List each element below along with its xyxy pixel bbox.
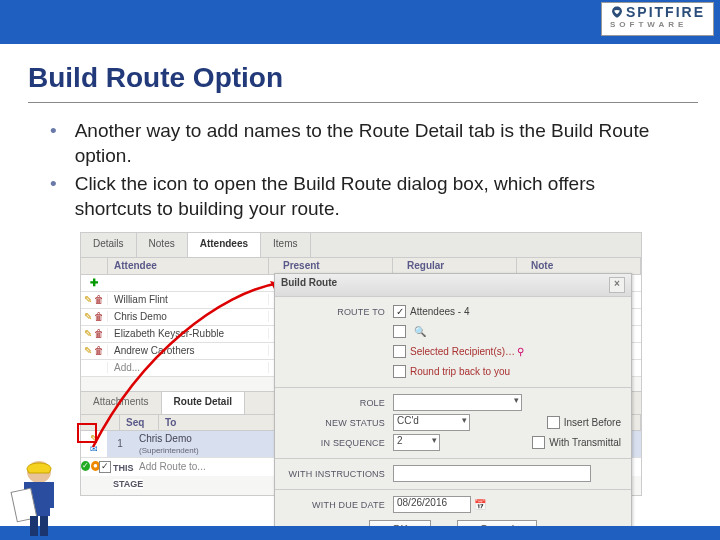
add-placeholder[interactable]: Add... xyxy=(107,362,269,373)
insequence-label: In Sequence xyxy=(285,438,393,448)
delete-icon[interactable]: 🗑 xyxy=(94,294,104,305)
bullet-dot: • xyxy=(50,119,57,168)
route-role: (Superintendent) xyxy=(139,446,199,455)
roundtrip-option: Round trip back to you xyxy=(410,366,510,377)
attendees-checkbox[interactable]: ✓ xyxy=(393,305,406,318)
delete-icon[interactable]: 🗑 xyxy=(94,311,104,322)
logo-text: SPITFIRE xyxy=(626,4,705,20)
instructions-input[interactable] xyxy=(393,465,591,482)
page-title: Build Route Option xyxy=(28,62,720,94)
newstatus-select[interactable]: CC'd xyxy=(393,414,470,431)
route-seq: 1 xyxy=(107,431,133,457)
tab-route-detail[interactable]: Route Detail xyxy=(162,392,245,414)
footer-bar xyxy=(0,526,720,540)
tab-attachments[interactable]: Attachments xyxy=(81,392,162,414)
this-label: THIS xyxy=(113,463,134,473)
logo-subtext: SOFTWARE xyxy=(610,20,705,29)
add-icon[interactable]: ✚ xyxy=(90,277,98,288)
edit-icon[interactable]: ✎ xyxy=(84,345,92,356)
edit-icon[interactable]: ✎ xyxy=(84,294,92,305)
attendees-option: Attendees - 4 xyxy=(410,306,469,317)
close-icon[interactable]: × xyxy=(609,277,625,293)
callout-box xyxy=(77,423,97,443)
build-route-dialog: Build Route × Route To✓Attendees - 4 🔍 S… xyxy=(274,273,632,540)
instructions-label: With Instructions xyxy=(285,469,393,479)
attendee-name: Andrew Carothers xyxy=(107,345,269,356)
status-dot-green[interactable]: ✓ xyxy=(81,461,90,471)
duedate-label: With Due Date xyxy=(285,500,393,510)
mascot-image xyxy=(4,452,74,540)
attendee-name: Elizabeth Keyser-Rubble xyxy=(107,328,269,339)
attendee-name: William Flint xyxy=(107,294,269,305)
add-route-placeholder[interactable]: Add Route to... xyxy=(133,461,212,472)
delete-icon[interactable]: 🗑 xyxy=(94,328,104,339)
insertbefore-label: Insert Before xyxy=(564,417,621,428)
dialog-title: Build Route xyxy=(281,277,337,293)
link-icon[interactable]: ✉ xyxy=(90,444,98,454)
col-attendee: Attendee xyxy=(108,258,269,274)
header-bar: SPITFIRE SOFTWARE xyxy=(0,0,720,44)
edit-icon[interactable]: ✎ xyxy=(84,311,92,322)
doc-tabs: Details Notes Attendees Items xyxy=(81,233,641,258)
delete-icon[interactable]: 🗑 xyxy=(94,345,104,356)
bullet-text: Another way to add names to the Route De… xyxy=(75,119,660,168)
lookup-icon[interactable]: 🔍 xyxy=(414,326,426,337)
this-checkbox[interactable]: ✓ xyxy=(99,461,111,473)
tab-attendees[interactable]: Attendees xyxy=(188,233,261,257)
col-regular: Regular xyxy=(393,258,517,274)
tab-notes[interactable]: Notes xyxy=(137,233,188,257)
withtransmittal-checkbox[interactable] xyxy=(532,436,545,449)
svg-rect-3 xyxy=(48,482,54,508)
roundtrip-checkbox[interactable] xyxy=(393,365,406,378)
insequence-select[interactable]: 2 xyxy=(393,434,440,451)
insertbefore-checkbox[interactable] xyxy=(547,416,560,429)
selected-recipients-link[interactable]: Selected Recipient(s)… xyxy=(410,346,515,357)
duedate-input[interactable]: 08/26/2016 xyxy=(393,496,471,513)
route-name: Chris Demo xyxy=(139,433,192,444)
tab-details[interactable]: Details xyxy=(81,233,137,257)
edit-icon[interactable]: ✎ xyxy=(84,328,92,339)
tab-items[interactable]: Items xyxy=(261,233,310,257)
bullet-list: •Another way to add names to the Route D… xyxy=(50,119,660,222)
calendar-icon[interactable]: 📅 xyxy=(474,499,486,510)
blank-checkbox[interactable] xyxy=(393,325,406,338)
svg-rect-6 xyxy=(40,516,48,536)
newstatus-label: New Status xyxy=(285,418,393,428)
selected-checkbox[interactable] xyxy=(393,345,406,358)
brand-logo: SPITFIRE SOFTWARE xyxy=(601,2,714,36)
bullet-dot: • xyxy=(50,172,57,221)
stage-label: STAGE xyxy=(113,479,143,489)
lookup-icon[interactable]: ⚲ xyxy=(517,346,524,357)
bullet-text: Click the icon to open the Build Route d… xyxy=(75,172,660,221)
col-present: Present xyxy=(269,258,393,274)
svg-rect-5 xyxy=(30,516,38,536)
col-seq: Seq xyxy=(120,415,159,430)
col-note: Note xyxy=(517,258,641,274)
withtransmittal-label: With Transmittal xyxy=(549,437,621,448)
role-select[interactable] xyxy=(393,394,522,411)
role-label: Role xyxy=(285,398,393,408)
screenshot-panel: Details Notes Attendees Items Attendee P… xyxy=(80,232,642,496)
title-underline xyxy=(28,102,698,103)
attendee-name: Chris Demo xyxy=(107,311,269,322)
routeto-label: Route To xyxy=(285,307,393,317)
